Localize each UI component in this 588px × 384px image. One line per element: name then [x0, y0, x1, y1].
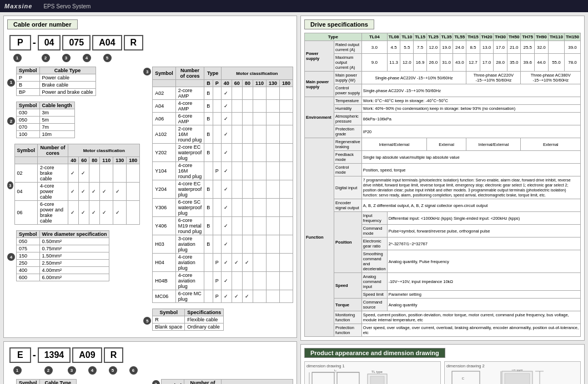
pn-1394: 1394	[38, 347, 71, 363]
pn-p: P	[9, 35, 31, 50]
svg-text:TL type: TL type	[371, 370, 383, 373]
system-title: EPS Servo System	[43, 3, 91, 9]
cable-length-table: SymbolCable length 0303m 0505m 0707m 100…	[16, 102, 75, 138]
spec-table-1: SymbolSpecifications RFlexible cable Bla…	[152, 309, 224, 331]
drive-specs-title: Drive specifications	[304, 19, 374, 29]
encoder-connector-section: 3 Symbol Number of cores Motor classific…	[152, 379, 294, 384]
drive-specs-section: Drive specifications Type TL04 TL08 TL10…	[300, 16, 585, 341]
connector-table: Symbol Number of cores Type Motor classi…	[152, 67, 293, 303]
circle-2: 2	[42, 54, 50, 62]
cores-section-left: 3 Symbol Number of cores Motor classific…	[7, 144, 140, 228]
drawing-svg-2: A B C D TH type E	[446, 370, 569, 384]
wire-diam-table: SymbolWire diameter specification 0500.5…	[16, 230, 109, 281]
cable-type-table: SymbolCable Type PPower cable BBrake cab…	[16, 67, 96, 96]
drawing-1: dimension drawing 1 A B C D	[304, 361, 441, 384]
wire-diam-section: 4 SymbolWire diameter specification 0500…	[7, 230, 140, 285]
pn-075: 075	[62, 35, 91, 50]
cores-table-left: Symbol Number of cores Motor classificat…	[14, 144, 140, 225]
circle-1: 1	[13, 54, 22, 62]
header: Maxsine EPS Servo System	[0, 0, 588, 12]
cable-order-section-1: Cable order number P - 04 075 A04 R 1 2 …	[3, 16, 297, 338]
svg-text:C: C	[462, 377, 465, 380]
circle-3: 3	[62, 54, 71, 62]
cable-order-section-2: E - 1394 A09 R 1 2 3 4 5 6	[3, 341, 297, 384]
product-appearance-section: Product appearance and dimension drawing…	[300, 344, 585, 384]
drawing-svg-1: A B C D E F TL type	[306, 370, 429, 384]
pn-r2: R	[104, 347, 124, 363]
svg-rect-16	[452, 371, 480, 384]
drawing-2: dimension drawing 2 A B C D	[444, 361, 581, 384]
connector-section: 3 Symbol Number of cores Type Motor clas…	[143, 67, 293, 306]
pn-e: E	[9, 347, 31, 363]
spec-section-1: 5 SymbolSpecifications RFlexible cable B…	[143, 309, 293, 334]
circle-5: 5	[103, 54, 112, 62]
drive-specs-table: Type TL04 TL08 TL10 TL15 TL25 TL35 TL55 …	[304, 33, 581, 337]
pn-r1: R	[124, 35, 144, 50]
product-appearance-title: Product appearance and dimension drawing	[304, 348, 445, 358]
company-logo: Maxsine	[4, 3, 32, 9]
circle-4: 4	[83, 54, 91, 62]
svg-rect-12	[370, 376, 384, 384]
pn-a09: A09	[72, 347, 102, 363]
svg-text:TH type: TH type	[511, 370, 523, 371]
cable-order-title: Cable order number	[7, 19, 78, 29]
svg-rect-0	[312, 372, 334, 384]
cable-length-section: 2 SymbolCable length 0303m 0505m 0707m 1…	[7, 102, 140, 142]
svg-text:C: C	[334, 370, 337, 372]
svg-rect-23	[505, 373, 530, 384]
cable-type-section: 1 SymbolCable Type PPower cable BBrake c…	[7, 67, 140, 99]
pn-04: 04	[38, 35, 61, 50]
svg-rect-1	[337, 372, 359, 384]
pn-a04: A04	[92, 35, 122, 50]
encoder-cable-type: 1 SymbolCable Type EEncoder cable	[7, 379, 149, 384]
